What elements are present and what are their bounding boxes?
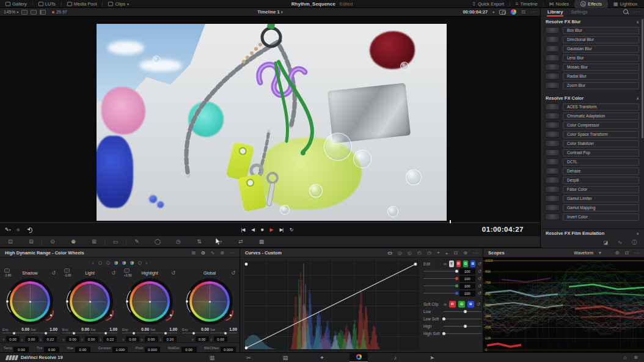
chevron-right-icon[interactable]: › [146, 260, 148, 266]
x-value[interactable]: 0.00 [6, 336, 20, 342]
annotate-tool-icon[interactable]: ✎▾ [5, 227, 11, 232]
y-value[interactable]: 0.00 [214, 336, 227, 342]
channel-y-button[interactable]: Y [449, 260, 454, 267]
effect-item[interactable]: False Color [541, 185, 644, 194]
zone-range-control[interactable]: +1.50 [124, 268, 139, 277]
zoom-tool-icon[interactable]: ⊕ [63, 238, 84, 245]
camera-icon[interactable] [499, 10, 506, 15]
more-icon[interactable]: ··· [473, 250, 478, 256]
search-icon[interactable] [623, 9, 629, 15]
sat-slider[interactable]: Sat1.00 [150, 327, 177, 333]
channel-gain-value[interactable]: 100 [459, 283, 475, 289]
effect-item[interactable]: ACES Transform [541, 102, 644, 111]
wheels-mode-icon[interactable]: ⊙ [201, 250, 205, 256]
wheel-handle[interactable] [230, 314, 232, 316]
channel-g-button[interactable]: G [463, 260, 468, 267]
color-wheel-icon[interactable] [511, 9, 516, 15]
page-dot[interactable] [122, 261, 126, 265]
color-wheel[interactable] [126, 278, 173, 325]
effect-item[interactable]: Invert Color [541, 212, 644, 221]
effect-item[interactable]: Color Stabilizer [541, 139, 644, 148]
effect-item[interactable]: Lens Blur [541, 53, 644, 62]
wheel-handle[interactable] [110, 314, 112, 316]
high-soft-slider[interactable]: High Soft [423, 330, 481, 337]
channel-gain-value[interactable]: 100 [459, 268, 475, 275]
scopes-icon[interactable]: ∿ [618, 240, 622, 245]
quick-export-button[interactable]: ⇧Quick Export [466, 0, 510, 8]
param-value[interactable]: 0.00 [181, 347, 197, 353]
effect-item[interactable]: Gamut Mapping [541, 203, 644, 212]
stop-button[interactable]: ■ [261, 227, 263, 232]
channel-gain-slider[interactable]: 100↺ [423, 268, 481, 275]
exp-slider[interactable]: Exp0.00 [182, 327, 209, 333]
x-value[interactable]: 0.00 [126, 336, 139, 342]
effect-item[interactable]: Color Space Transform [541, 130, 644, 139]
cut-page-button[interactable]: ✂ [240, 353, 258, 362]
effect-item[interactable]: Radial Blur [541, 72, 644, 81]
link-channels-icon[interactable]: ∞ [444, 302, 447, 306]
effect-item[interactable]: Mosaic Blur [541, 62, 644, 72]
picker-icon[interactable]: ✎ [126, 238, 147, 245]
viewer-timecode-entry[interactable]: 00:00:04:27 [463, 9, 488, 15]
zone-range-control[interactable]: -1.60 [4, 268, 19, 277]
project-settings-icon[interactable]: ⊛ [634, 355, 638, 360]
channel-gain-slider[interactable]: 100↺ [423, 290, 481, 297]
loop-button[interactable]: ↻ [290, 227, 293, 232]
info-icon[interactable]: ⓘ [632, 240, 637, 245]
scrollbar[interactable] [642, 19, 643, 138]
channel-gain-slider[interactable]: 100↺ [423, 283, 481, 289]
effect-item[interactable]: DCTL [541, 157, 644, 166]
page-dot[interactable] [114, 261, 118, 265]
split-view-icon[interactable] [31, 10, 37, 15]
single-clip-view-icon[interactable] [21, 10, 27, 15]
swap-icon[interactable]: ⇄ [230, 238, 251, 245]
effect-item[interactable]: Contrast Pop [541, 148, 644, 157]
wheel-handle[interactable] [66, 300, 68, 303]
sat-slider[interactable]: Sat1.00 [31, 327, 57, 333]
reset-icon[interactable]: ↺ [231, 270, 235, 276]
wheel-handle[interactable] [186, 300, 188, 303]
gallery-button[interactable]: Gallery [0, 0, 32, 7]
param-value[interactable]: 0.00 [44, 347, 59, 353]
lightbox-button[interactable]: ▦Lightbox [608, 0, 643, 8]
x-value[interactable]: 0.00 [66, 336, 79, 342]
channel-r-button[interactable]: R [456, 260, 461, 267]
channel-gain-value[interactable]: 100 [459, 290, 475, 297]
x-value[interactable]: 0.00 [196, 336, 209, 342]
reset-icon[interactable]: ↺ [478, 261, 481, 267]
channel-b-button[interactable]: B [470, 260, 475, 267]
graph-mode-icon[interactable]: ∿ [211, 250, 215, 256]
effect-item[interactable]: Color Compressor [541, 120, 644, 130]
curve-hue-sat-icon[interactable]: ◵ [408, 250, 412, 256]
fx-section-header[interactable]: Resolve FX Color∧ [541, 94, 644, 102]
luts-button[interactable]: LUTs [33, 0, 61, 7]
effect-item[interactable]: Gaussian Blur [541, 44, 644, 53]
add-panel-icon[interactable]: ⊞ [191, 250, 196, 256]
fairlight-page-button[interactable]: ♪ [386, 353, 404, 362]
clip-icon[interactable]: ▭ [105, 238, 126, 245]
go-to-last-frame-button[interactable]: ▶| [279, 227, 283, 232]
fusion-page-button[interactable]: ✦ [313, 353, 331, 362]
wheel-handle[interactable] [6, 300, 9, 303]
split-view-icon[interactable]: ◪ [604, 240, 609, 245]
settings-icon[interactable]: ⊛ [463, 250, 467, 256]
y-value[interactable]: 0.00 [85, 336, 98, 342]
effect-item[interactable]: Chromatic Adaptation [541, 111, 644, 120]
param-value[interactable]: 1.000 [112, 347, 128, 353]
effect-item[interactable]: Zoom Blur [541, 81, 644, 90]
channel-gain-slider[interactable]: 100↺ [423, 275, 481, 282]
reset-icon[interactable]: ↺ [478, 290, 481, 296]
reset-icon[interactable]: ↺ [478, 283, 481, 289]
y-value[interactable]: 0.00 [145, 336, 158, 342]
param-value[interactable]: 0.00 [13, 347, 29, 353]
curve-lum-sat-icon[interactable]: ◷ [427, 250, 431, 256]
effect-item[interactable]: Box Blur [541, 26, 644, 35]
edit-page-button[interactable]: ▤ [276, 353, 295, 362]
param-value[interactable]: 0.000 [145, 347, 160, 353]
param-value[interactable]: 0.00 [75, 347, 90, 353]
go-to-first-frame-button[interactable]: |◀ [241, 227, 245, 232]
deliver-page-button[interactable]: ➤ [423, 353, 441, 362]
reset-icon[interactable]: ↺ [51, 270, 56, 276]
clips-button[interactable]: Clips▾ [103, 0, 134, 7]
more-icon[interactable]: ··· [530, 9, 537, 15]
